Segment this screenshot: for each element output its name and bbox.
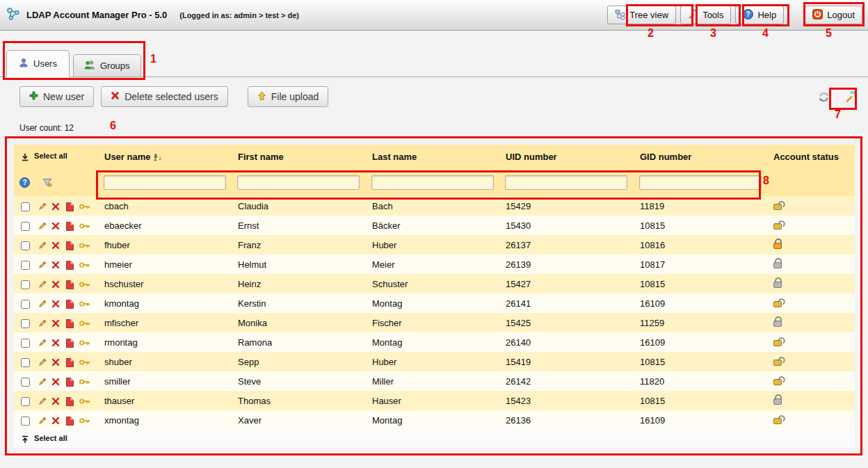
pdf-export-icon[interactable] (65, 300, 74, 309)
delete-row-icon[interactable] (51, 378, 60, 386)
delete-row-icon[interactable] (51, 241, 60, 250)
refresh-icon[interactable] (818, 91, 830, 103)
table-row[interactable]: mfischer Monika Fischer 15425 11259 (14, 313, 855, 332)
filter-input-gid[interactable] (639, 175, 762, 190)
password-key-icon[interactable] (79, 223, 90, 229)
edit-pencil-icon[interactable] (38, 261, 47, 270)
pdf-export-icon[interactable] (65, 417, 74, 426)
column-header-account-status[interactable]: Account status (772, 145, 855, 168)
table-row[interactable]: smiller Steve Miller 26142 11820 (14, 371, 855, 391)
table-row[interactable]: xmontag Xaver Montag 26136 16109 (14, 410, 855, 430)
select-all-top[interactable]: Select all (14, 145, 103, 168)
password-key-icon[interactable] (79, 378, 90, 385)
pdf-export-icon[interactable] (65, 397, 74, 406)
table-row[interactable]: rmontag Ramona Montag 26140 16109 (14, 332, 855, 352)
column-header-gid[interactable]: GID number (638, 145, 772, 168)
filter-funnel-icon[interactable] (42, 178, 52, 187)
filter-input-first-name[interactable] (237, 175, 360, 190)
table-row[interactable]: hmeier Helmut Meier 26139 10817 (14, 255, 855, 274)
row-checkbox[interactable] (21, 417, 30, 426)
edit-pencil-icon[interactable] (38, 202, 47, 211)
delete-row-icon[interactable] (51, 202, 60, 211)
filter-input-last-name[interactable] (371, 175, 494, 190)
password-key-icon[interactable] (79, 320, 90, 327)
password-key-icon[interactable] (79, 281, 90, 288)
table-row[interactable]: thauser Thomas Hauser 15423 10815 (14, 391, 855, 410)
row-checkbox[interactable] (21, 339, 30, 348)
row-checkbox[interactable] (21, 241, 30, 250)
sort-icon[interactable]: AZ↓ (154, 153, 161, 161)
edit-pencil-icon[interactable] (38, 417, 47, 426)
pdf-export-icon[interactable] (65, 280, 74, 289)
pdf-export-icon[interactable] (65, 378, 74, 387)
password-key-icon[interactable] (79, 339, 90, 346)
password-key-icon[interactable] (79, 398, 90, 405)
edit-pencil-icon[interactable] (38, 378, 47, 387)
tools-button[interactable]: Tools (680, 6, 731, 24)
password-key-icon[interactable] (79, 300, 90, 307)
delete-row-icon[interactable] (51, 397, 60, 405)
tab-users[interactable]: Users (6, 50, 70, 77)
edit-pencil-icon[interactable] (38, 280, 47, 289)
table-row[interactable]: fhuber Franz Huber 26137 10816 (14, 235, 855, 255)
column-header-uid[interactable]: UID number (504, 145, 638, 168)
password-key-icon[interactable] (79, 242, 90, 249)
cell-last-name: Montag (371, 332, 504, 352)
table-row[interactable]: hschuster Heinz Schuster 15427 10815 (14, 274, 855, 293)
column-header-last-name[interactable]: Last name (371, 145, 504, 168)
edit-pencil-icon[interactable] (38, 397, 47, 406)
row-checkbox[interactable] (21, 202, 30, 211)
filter-input-uid[interactable] (505, 175, 627, 190)
settings-wrench-icon[interactable] (845, 91, 857, 103)
filter-help-icon[interactable]: ? (19, 177, 30, 188)
delete-row-icon[interactable] (51, 222, 60, 230)
row-checkbox[interactable] (21, 300, 30, 309)
row-checkbox[interactable] (21, 378, 30, 387)
delete-row-icon[interactable] (51, 300, 60, 308)
file-upload-button[interactable]: File upload (248, 86, 329, 107)
pdf-export-icon[interactable] (65, 358, 74, 367)
column-header-username[interactable]: User nameAZ↓ (103, 145, 236, 168)
edit-pencil-icon[interactable] (38, 300, 47, 309)
pdf-export-icon[interactable] (65, 241, 74, 250)
help-button[interactable]: ? Help (735, 6, 784, 24)
row-checkbox[interactable] (21, 222, 30, 231)
edit-pencil-icon[interactable] (38, 339, 47, 348)
password-key-icon[interactable] (79, 359, 90, 366)
tab-groups[interactable]: Groups (73, 54, 141, 77)
tree-view-button[interactable]: Tree view (607, 6, 676, 24)
logout-button[interactable]: Logout (805, 6, 862, 24)
pdf-export-icon[interactable] (65, 319, 74, 328)
delete-row-icon[interactable] (51, 319, 60, 328)
password-key-icon[interactable] (79, 203, 90, 210)
delete-row-icon[interactable] (51, 417, 60, 425)
password-key-icon[interactable] (79, 417, 90, 424)
column-header-first-name[interactable]: First name (236, 145, 371, 168)
pdf-export-icon[interactable] (65, 261, 74, 270)
pdf-export-icon[interactable] (65, 202, 74, 211)
delete-row-icon[interactable] (51, 339, 60, 347)
table-row[interactable]: cbach Claudia Bach 15429 11819 (14, 196, 855, 216)
new-user-button[interactable]: New user (19, 86, 94, 107)
pdf-export-icon[interactable] (65, 222, 74, 231)
table-row[interactable]: kmontag Kerstin Montag 26141 16109 (14, 293, 855, 313)
password-key-icon[interactable] (79, 261, 90, 268)
delete-row-icon[interactable] (51, 280, 60, 289)
row-checkbox[interactable] (21, 397, 30, 406)
filter-input-username[interactable] (104, 175, 226, 190)
row-checkbox[interactable] (21, 280, 30, 289)
edit-pencil-icon[interactable] (38, 319, 47, 328)
row-checkbox[interactable] (21, 358, 30, 367)
pdf-export-icon[interactable] (65, 339, 74, 348)
delete-row-icon[interactable] (51, 261, 60, 269)
edit-pencil-icon[interactable] (38, 358, 47, 367)
row-checkbox[interactable] (21, 319, 30, 328)
table-row[interactable]: shuber Sepp Huber 15419 10815 (14, 352, 855, 371)
delete-selected-users-button[interactable]: Delete selected users (101, 86, 228, 107)
table-row[interactable]: ebaecker Ernst Bäcker 15430 10815 (14, 216, 855, 235)
edit-pencil-icon[interactable] (38, 222, 47, 231)
select-all-bottom[interactable]: Select all (34, 434, 67, 442)
row-checkbox[interactable] (21, 261, 30, 270)
edit-pencil-icon[interactable] (38, 241, 47, 250)
delete-row-icon[interactable] (51, 358, 60, 366)
